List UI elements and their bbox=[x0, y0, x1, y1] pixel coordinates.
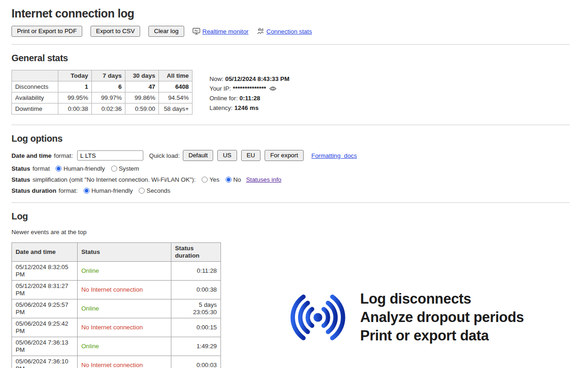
duration-seconds-radio[interactable]: Seconds bbox=[139, 187, 170, 194]
simplification-no-radio[interactable]: No bbox=[226, 176, 241, 183]
stats-header-today: Today bbox=[58, 70, 92, 81]
simplification-yes-radio[interactable]: Yes bbox=[202, 176, 220, 183]
stats-value: 47 bbox=[125, 81, 159, 92]
log-header-duration: Status duration bbox=[171, 243, 221, 262]
signal-broadcast-icon bbox=[288, 291, 347, 344]
stats-label: Downtime bbox=[12, 104, 58, 115]
log-date: 05/06/2024 7:36:10 PM bbox=[12, 356, 78, 368]
stats-value: 6408 bbox=[159, 81, 192, 92]
quick-load-us-button[interactable]: US bbox=[217, 150, 237, 161]
log-row: 05/06/2024 7:36:10 PM No Internet connec… bbox=[12, 356, 221, 368]
formatting-docs-link[interactable]: Formatting docs bbox=[311, 152, 357, 159]
ip-row: Your IP: ************** bbox=[209, 84, 289, 93]
radio-label: Human-friendly bbox=[91, 187, 133, 194]
datetime-format-input[interactable] bbox=[77, 150, 143, 161]
promo-banner: Log disconnects Analyze dropout periods … bbox=[288, 290, 524, 345]
now-value: 05/12/2024 8:43:33 PM bbox=[225, 74, 289, 84]
page-title: Internet connection log bbox=[11, 6, 570, 21]
stats-row-disconnects: Disconnects 1 6 47 6408 bbox=[12, 81, 192, 92]
stats-value: 0:02:36 bbox=[92, 104, 125, 115]
log-status: No Internet connection bbox=[78, 356, 171, 368]
stats-value: 99.97% bbox=[92, 92, 125, 104]
log-date: 05/12/2024 8:31:27 PM bbox=[12, 281, 78, 299]
realtime-monitor-link-group: Realtime monitor bbox=[192, 28, 249, 35]
log-duration: 1:49:29 bbox=[171, 337, 221, 356]
log-header-date: Date and time bbox=[12, 243, 78, 262]
connection-info: Now: 05/12/2024 8:43:33 PM Your IP: ****… bbox=[209, 74, 289, 115]
log-row: 05/06/2024 9:25:42 PM No Internet connec… bbox=[12, 318, 221, 337]
realtime-monitor-link[interactable]: Realtime monitor bbox=[203, 28, 249, 35]
quick-load-label: Quick load: bbox=[149, 152, 180, 159]
duration-human-radio[interactable]: Human-friendly bbox=[84, 187, 133, 194]
latency-value: 1246 ms bbox=[234, 103, 259, 113]
now-row: Now: 05/12/2024 8:43:33 PM bbox=[209, 74, 289, 84]
radio-label: System bbox=[119, 165, 139, 172]
log-status: No Internet connection bbox=[78, 318, 171, 337]
status-simplification-label-bold: Status bbox=[11, 176, 30, 183]
eye-icon[interactable] bbox=[269, 86, 277, 92]
radio-input[interactable] bbox=[56, 166, 62, 172]
status-format-system-radio[interactable]: System bbox=[111, 165, 139, 172]
promo-line-1: Log disconnects bbox=[360, 290, 524, 308]
datetime-label-rest: format: bbox=[54, 152, 73, 159]
latency-label: Latency: bbox=[209, 103, 232, 113]
log-duration: 5 days 23:05:30 bbox=[171, 299, 221, 318]
status-simplification-row: Status simplification (omit "No Internet… bbox=[11, 176, 570, 183]
log-date: 05/12/2024 8:32:05 PM bbox=[12, 262, 78, 281]
statuses-info-link[interactable]: Statuses info bbox=[246, 176, 282, 183]
radio-input[interactable] bbox=[139, 188, 145, 194]
stats-value: 0:00:38 bbox=[58, 104, 92, 115]
status-duration-row: Status duration format: Human-friendly S… bbox=[11, 187, 570, 194]
status-format-human-radio[interactable]: Human-friendly bbox=[56, 165, 105, 172]
divider bbox=[11, 202, 570, 203]
stats-header-empty bbox=[12, 70, 58, 81]
stats-header-row: Today 7 days 30 days All time bbox=[12, 70, 192, 81]
promo-line-3: Print or export data bbox=[360, 327, 524, 345]
radio-label: Seconds bbox=[147, 187, 170, 194]
stats-header-alltime: All time bbox=[159, 70, 192, 81]
online-for-value: 0:11:28 bbox=[239, 93, 260, 103]
print-pdf-button[interactable]: Print or Export to PDF bbox=[11, 26, 82, 37]
radio-label: Yes bbox=[209, 176, 220, 183]
log-note: Newer events are at the top bbox=[11, 229, 570, 236]
log-status: Online bbox=[78, 337, 171, 356]
log-date: 05/06/2024 9:25:42 PM bbox=[12, 318, 78, 337]
general-stats-section: Today 7 days 30 days All time Disconnect… bbox=[11, 70, 570, 115]
clear-log-button[interactable]: Clear log bbox=[148, 26, 184, 37]
radio-input[interactable] bbox=[226, 177, 232, 183]
radio-label: Human-friendly bbox=[63, 165, 105, 172]
status-simplification-label-rest: simplification (omit "No Internet connec… bbox=[33, 176, 196, 183]
quick-load-for-export-button[interactable]: For export bbox=[265, 150, 304, 161]
log-header-row: Date and time Status Status duration bbox=[12, 243, 221, 262]
bar-chart-icon bbox=[257, 28, 264, 35]
log-heading: Log bbox=[11, 210, 570, 222]
status-duration-label-rest: format: bbox=[59, 187, 78, 194]
connection-stats-link[interactable]: Connection stats bbox=[266, 28, 312, 35]
log-status: Online bbox=[78, 262, 171, 281]
quick-load-eu-button[interactable]: EU bbox=[241, 150, 260, 161]
divider bbox=[11, 125, 570, 125]
ip-value: ************** bbox=[233, 84, 266, 93]
online-for-label: Online for: bbox=[209, 93, 237, 103]
stats-header-30days: 30 days bbox=[125, 70, 159, 81]
log-duration: 0:11:28 bbox=[171, 262, 221, 281]
export-csv-button[interactable]: Export to CSV bbox=[90, 26, 140, 37]
quick-load-buttons: Default US EU For export bbox=[183, 150, 304, 161]
log-options-heading: Log options bbox=[11, 132, 570, 144]
radio-input[interactable] bbox=[84, 188, 90, 194]
stats-value: 58 days+ bbox=[159, 104, 192, 115]
log-duration: 0:00:03 bbox=[171, 356, 221, 368]
stats-value: 94.54% bbox=[159, 92, 192, 104]
log-row: 05/12/2024 8:31:27 PM No Internet connec… bbox=[12, 281, 221, 299]
status-format-row: Status format Human-friendly System bbox=[11, 165, 570, 172]
log-status: No Internet connection bbox=[78, 281, 171, 299]
datetime-label-bold: Date and time bbox=[11, 152, 51, 159]
quick-load-default-button[interactable]: Default bbox=[183, 150, 213, 161]
monitor-icon bbox=[192, 28, 200, 35]
radio-input[interactable] bbox=[111, 166, 117, 172]
log-header-status: Status bbox=[78, 243, 171, 262]
log-date: 05/06/2024 9:25:57 PM bbox=[12, 299, 78, 318]
radio-input[interactable] bbox=[202, 177, 208, 183]
datetime-format-row: Date and time format: Quick load: Defaul… bbox=[11, 150, 570, 161]
ip-label: Your IP: bbox=[209, 84, 231, 93]
